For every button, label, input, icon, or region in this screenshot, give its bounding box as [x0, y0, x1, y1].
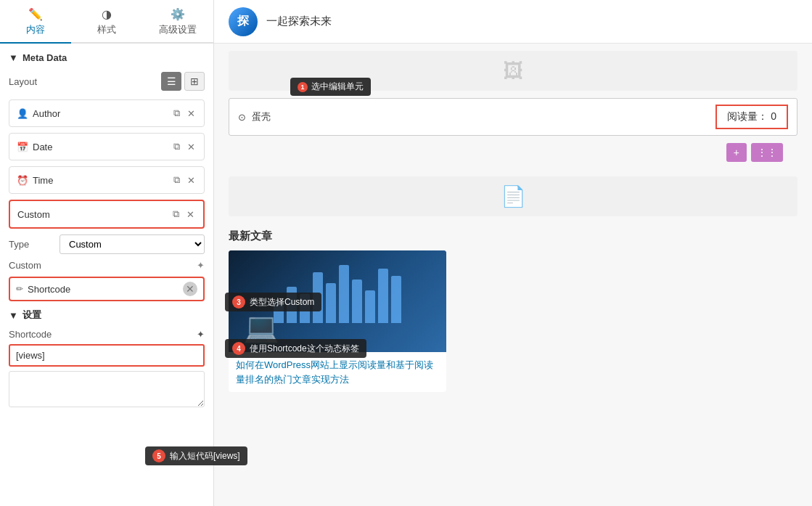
custom-sub-row: Custom ✦	[9, 260, 205, 271]
layout-grid-btn[interactable]: ⊞	[184, 72, 205, 91]
meta-arrow-icon: ▼	[9, 52, 18, 63]
custom-expand-icon[interactable]: ✦	[197, 260, 205, 271]
time-actions: ⧉ ✕	[172, 173, 197, 187]
tab-content[interactable]: ✏️ 内容	[0, 0, 71, 44]
select-edit-text: 选中编辑单元	[311, 81, 364, 93]
settings-label: 设置	[22, 309, 41, 322]
reading-author-icon: ⊙	[238, 112, 246, 123]
bar-8	[365, 290, 375, 323]
custom-field: Custom ⧉ ✕	[9, 200, 205, 229]
date-label: Date	[33, 142, 172, 152]
meta-data-section: ▼ Meta Data	[9, 52, 205, 63]
chart-bars	[266, 279, 409, 323]
article-text[interactable]: 如何在WordPress网站上显示阅读量和基于阅读量排名的热门文章实现方法	[229, 352, 446, 392]
custom-actions: ⧉ ✕	[171, 207, 196, 221]
right-panel: 探 一起探索未来 🖼 1 选中编辑单元 ⊙ 蛋壳 阅读量： 0 2 新增一个Cu…	[214, 0, 812, 506]
select-edit-callout: 1 选中编辑单元	[290, 78, 371, 96]
bar-3	[300, 294, 310, 323]
time-icon: ⏰	[17, 175, 28, 186]
text-placeholder-icon: 📄	[501, 184, 526, 208]
more-options-btn[interactable]: ⋮⋮	[751, 143, 783, 162]
author-field: 👤 Author ⧉ ✕	[9, 99, 205, 127]
article-card: 💻 如何在WordPress网站上显示阅读量和基于	[229, 250, 446, 392]
content-icon: ✏️	[28, 7, 43, 21]
date-field: 📅 Date ⧉ ✕	[9, 133, 205, 160]
bar-10	[391, 276, 401, 323]
meta-data-label: Meta Data	[22, 52, 67, 63]
add-button-row: + ⋮⋮	[243, 143, 783, 162]
author-remove-btn[interactable]: ✕	[186, 107, 197, 121]
bar-4	[313, 272, 323, 323]
advanced-icon: ⚙️	[171, 7, 185, 21]
style-icon: ◑	[102, 7, 112, 21]
reading-label: 阅读量：	[727, 110, 768, 122]
article-image-inner: 💻	[229, 250, 446, 352]
shortcode-input[interactable]	[9, 344, 205, 367]
callout-number-1: 1	[298, 82, 308, 92]
custom-label: Custom	[17, 209, 171, 220]
avatar-initial: 探	[237, 14, 249, 29]
content-placeholder-2: 📄	[229, 176, 797, 216]
panel-content: ▼ Meta Data Layout ☰ ⊞ 👤 Author ⧉ ✕ 📅 Da…	[0, 44, 213, 506]
time-field: ⏰ Time ⧉ ✕	[9, 166, 205, 194]
type-select[interactable]: Custom Text Image	[60, 234, 205, 254]
tab-advanced[interactable]: ⚙️ 高级设置	[142, 0, 213, 44]
reading-author-text: 蛋壳	[252, 110, 710, 123]
laptop-icon: 💻	[243, 311, 279, 345]
bar-7	[352, 279, 362, 323]
add-item-btn[interactable]: +	[726, 143, 747, 162]
shortcode-textarea[interactable]	[9, 371, 205, 407]
layout-row: Layout ☰ ⊞	[9, 72, 205, 91]
tab-style[interactable]: ◑ 样式	[71, 0, 142, 44]
date-icon: 📅	[17, 142, 28, 152]
time-copy-btn[interactable]: ⧉	[172, 173, 181, 187]
bar-6	[339, 265, 349, 323]
shortcode-field-icon: ✦	[197, 329, 205, 340]
articles-title: 最新文章	[229, 229, 797, 243]
time-remove-btn[interactable]: ✕	[186, 174, 197, 187]
layout-list-btn[interactable]: ☰	[161, 72, 181, 91]
reading-block: 1 选中编辑单元 ⊙ 蛋壳 阅读量： 0	[229, 98, 797, 139]
shortcode-field-text: Shortcode	[9, 329, 52, 340]
avatar: 探	[229, 7, 258, 36]
bar-5	[326, 283, 336, 323]
shortcode-field-label-row: Shortcode ✦	[9, 329, 205, 340]
type-row: Type Custom Text Image	[9, 234, 205, 254]
post-title: 一起探索未来	[266, 15, 332, 28]
articles-section: 最新文章 💻	[229, 229, 797, 392]
date-remove-btn[interactable]: ✕	[186, 140, 197, 154]
custom-remove-btn[interactable]: ✕	[185, 208, 196, 221]
settings-arrow-icon: ▼	[9, 310, 18, 321]
shortcode-remove-btn[interactable]: ✕	[183, 282, 197, 296]
tabs-header: ✏️ 内容 ◑ 样式 ⚙️ 高级设置	[0, 0, 213, 44]
bar-2	[287, 287, 297, 323]
avatar-row: 探 一起探索未来	[229, 7, 332, 36]
settings-section: ▼ 设置 Shortcode ✦	[9, 309, 205, 410]
author-icon: 👤	[17, 108, 28, 119]
shortcode-pencil-icon: ✏	[16, 284, 23, 294]
author-label: Author	[33, 108, 172, 119]
tab-advanced-label: 高级设置	[159, 23, 197, 36]
left-panel: ✏️ 内容 ◑ 样式 ⚙️ 高级设置 ▼ Meta Data Layout ☰ …	[0, 0, 214, 506]
custom-sub-label: Custom	[9, 260, 197, 271]
author-actions: ⧉ ✕	[172, 106, 197, 121]
layout-buttons: ☰ ⊞	[161, 72, 205, 91]
author-copy-btn[interactable]: ⧉	[172, 106, 181, 121]
custom-copy-btn[interactable]: ⧉	[171, 207, 181, 221]
reading-value: 0	[771, 110, 776, 122]
shortcode-row: ✏ Shortcode ✕	[9, 277, 205, 301]
tab-style-label: 样式	[97, 23, 116, 36]
article-image: 💻	[229, 250, 446, 352]
tab-content-label: 内容	[26, 23, 45, 36]
date-actions: ⧉ ✕	[172, 139, 197, 154]
settings-title: ▼ 设置	[9, 309, 205, 322]
shortcode-text: Shortcode	[28, 284, 183, 295]
time-label: Time	[33, 175, 172, 186]
layout-label: Layout	[9, 76, 161, 87]
right-top-bar: 探 一起探索未来	[214, 0, 812, 44]
reading-count-box: 阅读量： 0	[715, 105, 788, 129]
type-label: Type	[9, 239, 60, 250]
date-copy-btn[interactable]: ⧉	[172, 139, 181, 154]
reading-row: ⊙ 蛋壳 阅读量： 0	[229, 98, 797, 136]
bar-9	[378, 269, 388, 323]
